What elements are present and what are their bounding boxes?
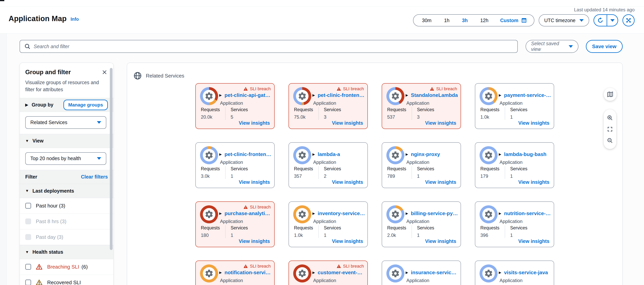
requests-label: Requests — [387, 166, 406, 172]
service-name-link[interactable]: inventory-service-java — [318, 210, 365, 216]
service-card[interactable]: SLI breach ▶ StandaloneLambda Applicatio… — [382, 83, 461, 129]
view-insights-link[interactable]: View insights — [518, 120, 550, 126]
health-status-option-row[interactable]: Breaching SLI (6) — [20, 259, 113, 275]
group-by-select[interactable]: Related Services — [25, 116, 106, 129]
service-name-link[interactable]: insurance-service-pyth... — [411, 270, 458, 276]
service-stats: Requests75.0k Services3 — [294, 107, 341, 120]
health-status-section-header[interactable]: ▼Health status — [20, 245, 113, 259]
services-label: Services — [510, 166, 527, 172]
service-card[interactable]: ▶ nutrition-service-nodejs Application R… — [475, 202, 554, 247]
info-link[interactable]: Info — [70, 17, 79, 23]
clear-filters-link[interactable]: Clear filters — [81, 174, 108, 180]
service-card[interactable]: ▶ inventory-service-java Application Req… — [288, 202, 368, 247]
service-card[interactable]: SLI breach ▶ customer-event-proce... App… — [288, 260, 368, 285]
service-name-link[interactable]: pet-clinic-frontend-ec... — [318, 92, 365, 98]
service-card[interactable]: ▶ pet-clinic-frontend-java Application R… — [195, 142, 275, 188]
close-panel-button[interactable] — [101, 69, 108, 76]
service-card[interactable]: ▶ visits-service-java Application Reques… — [475, 260, 554, 285]
view-insights-link[interactable]: View insights — [239, 120, 270, 126]
service-card[interactable]: SLI breach ▶ notification-service-java A… — [195, 260, 275, 285]
service-name-link[interactable]: purchase-analytics-en... — [224, 210, 272, 216]
time-range-button[interactable]: 3h — [456, 15, 474, 26]
time-range-button[interactable]: 12h — [474, 15, 495, 26]
minimap-toggle-button[interactable] — [604, 88, 616, 101]
warning-triangle-icon — [430, 86, 434, 91]
service-card[interactable]: ▶ insurance-service-pyth... Application … — [382, 260, 461, 285]
service-stats: Requests537 Services3 — [387, 107, 434, 120]
services-value: 1 — [324, 232, 341, 238]
filter-option-label: Past 8 hrs (3) — [36, 218, 66, 224]
group-by-section-header[interactable]: ▶Group by Manage groups — [20, 98, 113, 112]
filter-option-row[interactable]: Past hour (3) — [20, 198, 113, 214]
health-ring-icon — [200, 146, 218, 164]
application-map-canvas[interactable]: Related Services SLI breach ▶ pet-clinic… — [127, 63, 623, 285]
fit-to-view-button[interactable] — [604, 126, 616, 132]
service-name-link[interactable]: visits-service-java — [504, 270, 548, 276]
view-insights-link[interactable]: View insights — [332, 120, 363, 126]
health-ring-icon — [386, 205, 404, 223]
service-name-link[interactable]: nutrition-service-nodejs — [504, 210, 552, 216]
checkbox[interactable] — [25, 280, 31, 285]
manage-groups-button[interactable]: Manage groups — [64, 100, 108, 110]
save-view-button[interactable]: Save view — [586, 40, 623, 53]
service-name-link[interactable]: payment-service-dotnet — [504, 92, 552, 98]
service-card[interactable]: ▶ billing-service-python Application Req… — [382, 202, 461, 247]
checkbox[interactable] — [25, 218, 31, 224]
view-select[interactable]: Top 20 nodes by health — [25, 152, 106, 165]
time-range-button[interactable]: 30m — [416, 15, 438, 26]
close-icon — [102, 69, 108, 75]
view-insights-link[interactable]: View insights — [239, 179, 270, 185]
service-card[interactable]: SLI breach ▶ purchase-analytics-en... Ap… — [195, 202, 275, 247]
service-card[interactable]: ▶ lambda-a Application Requests357 Servi… — [288, 142, 368, 188]
service-name-link[interactable]: pet-clinic-frontend-java — [224, 151, 272, 158]
service-name-link[interactable]: billing-service-python — [411, 210, 458, 216]
time-range-button[interactable]: 1h — [438, 15, 456, 26]
service-name-link[interactable]: notification-service-java — [224, 270, 272, 276]
custom-time-range-button[interactable]: Custom — [495, 18, 532, 23]
zoom-in-button[interactable] — [604, 115, 616, 121]
expand-icon: ▶ — [499, 270, 501, 275]
filter-option-row[interactable]: Past day (3) — [20, 230, 113, 245]
checkbox[interactable] — [25, 203, 31, 209]
view-insights-link[interactable]: View insights — [425, 238, 456, 244]
view-insights-link[interactable]: View insights — [425, 120, 456, 126]
service-name-link[interactable]: lambda-a — [318, 151, 340, 158]
refresh-button[interactable] — [594, 15, 606, 26]
checkbox[interactable] — [25, 234, 31, 240]
service-name-link[interactable]: customer-event-proce... — [318, 270, 365, 276]
view-insights-link[interactable]: View insights — [518, 238, 550, 244]
refresh-options-button[interactable] — [606, 15, 618, 26]
service-card[interactable]: ▶ payment-service-dotnet Application Req… — [475, 83, 554, 129]
services-value: 1 — [230, 232, 248, 238]
service-card[interactable]: SLI breach ▶ pet-clinic-frontend-ec... A… — [288, 83, 368, 129]
view-insights-link[interactable]: View insights — [239, 238, 270, 244]
panel-scrollbar[interactable] — [110, 68, 112, 250]
zoom-out-button[interactable] — [604, 138, 616, 144]
requests-value: 1.0k — [480, 114, 499, 120]
last-deployments-section-header[interactable]: ▼Last deployments — [20, 184, 113, 198]
expand-icon: ▶ — [312, 152, 315, 156]
health-status-option-row[interactable]: Recovered SLI — [20, 275, 113, 285]
view-insights-link[interactable]: View insights — [332, 179, 363, 185]
fullscreen-button[interactable] — [622, 14, 634, 26]
view-insights-link[interactable]: View insights — [518, 179, 550, 185]
view-insights-link[interactable]: View insights — [425, 179, 456, 185]
stats-divider — [318, 107, 319, 120]
saved-view-select[interactable]: Select saved view — [526, 40, 578, 53]
service-name-link[interactable]: lambda-bug-bash — [504, 151, 546, 158]
health-ring-icon — [480, 264, 498, 282]
service-name-link[interactable]: StandaloneLambda — [411, 92, 458, 98]
expand-arrows-icon — [625, 17, 632, 24]
filter-option-row[interactable]: Past 8 hrs (3) — [20, 214, 113, 230]
health-ring-icon — [293, 264, 311, 282]
service-name-link[interactable]: pet-clinic-api-gateway — [224, 92, 272, 98]
view-insights-link[interactable]: View insights — [332, 238, 363, 244]
service-card[interactable]: ▶ nginx-proxy Application Requests789 Se… — [382, 142, 461, 188]
search-input[interactable] — [34, 44, 513, 49]
service-card[interactable]: ▶ lambda-bug-bash Application Requests17… — [475, 142, 554, 188]
service-card[interactable]: SLI breach ▶ pet-clinic-api-gateway Appl… — [195, 83, 275, 129]
service-name-link[interactable]: nginx-proxy — [411, 151, 440, 158]
checkbox[interactable] — [25, 264, 31, 270]
timezone-select[interactable]: UTC timezone — [539, 14, 589, 26]
view-section-header[interactable]: ▼View — [20, 134, 113, 148]
